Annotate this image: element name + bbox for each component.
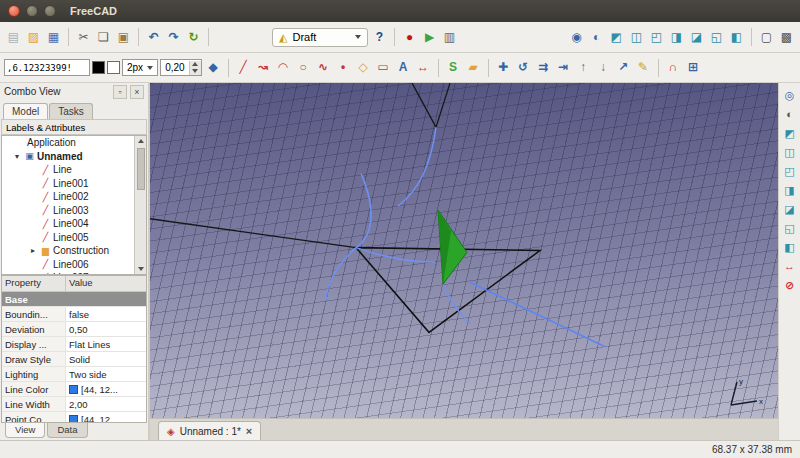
- macro-record-button[interactable]: ●: [400, 28, 419, 47]
- front-view-button[interactable]: ◫: [781, 143, 799, 161]
- titlebar[interactable]: FreeCAD: [0, 0, 800, 22]
- draft-shapestring-button[interactable]: S: [444, 58, 463, 77]
- isometric-view-button[interactable]: ◩: [781, 124, 799, 142]
- toggle-continue-mode-button[interactable]: ◆: [204, 58, 223, 77]
- tree-item-line006[interactable]: ╱ Line006: [2, 258, 134, 272]
- whats-this-button[interactable]: ?: [370, 28, 389, 47]
- draft-facebinder-button[interactable]: ▰: [464, 58, 483, 77]
- paste-button[interactable]: ▣: [114, 28, 133, 47]
- expander-icon[interactable]: ▾: [15, 152, 24, 161]
- front-view-button[interactable]: ◫: [627, 28, 646, 47]
- rear-view-button[interactable]: ◪: [687, 28, 706, 47]
- box-selection-button[interactable]: ▢: [757, 28, 776, 47]
- maximize-button[interactable]: [44, 5, 56, 17]
- property-row-line-width[interactable]: Line Width 2,00: [2, 397, 146, 412]
- clipping-plane-button[interactable]: ▩: [777, 28, 796, 47]
- copy-button[interactable]: ❏: [94, 28, 113, 47]
- tree-item-line004[interactable]: ╱ Line004: [2, 217, 134, 231]
- fit-all-button[interactable]: ◎: [781, 86, 799, 104]
- spin-down-button[interactable]: [190, 68, 201, 75]
- snap-lock-button[interactable]: ∩: [664, 58, 683, 77]
- face-color-button[interactable]: [107, 61, 120, 74]
- draft-downgrade-button[interactable]: ↓: [594, 58, 613, 77]
- 3d-viewport[interactable]: x y: [150, 83, 778, 418]
- tab-tasks[interactable]: Tasks: [49, 103, 93, 119]
- draft-dimension-button[interactable]: ↔: [414, 58, 433, 77]
- tree-item-line001[interactable]: ╱ Line001: [2, 177, 134, 191]
- property-row-point-color[interactable]: Point Co... [44, 12...: [2, 412, 146, 423]
- property-row-display-mode[interactable]: Display ... Flat Lines: [2, 337, 146, 352]
- expander-icon[interactable]: ▸: [31, 246, 40, 255]
- working-plane-button[interactable]: ⊞: [684, 58, 703, 77]
- draft-arc-button[interactable]: ◠: [274, 58, 293, 77]
- left-view-button[interactable]: ◧: [727, 28, 746, 47]
- close-button[interactable]: [8, 5, 20, 17]
- line-width-select[interactable]: 2px: [122, 59, 158, 76]
- coordinate-input[interactable]: [4, 59, 90, 76]
- draft-trimex-button[interactable]: ⇥: [554, 58, 573, 77]
- draft-circle-button[interactable]: ○: [294, 58, 313, 77]
- clear-measurement-button[interactable]: ⊘: [781, 276, 799, 294]
- draw-style-button[interactable]: ◐: [587, 28, 606, 47]
- tab-view[interactable]: View: [5, 423, 45, 438]
- tab-data[interactable]: Data: [47, 423, 87, 438]
- tree-item-unnamed[interactable]: ▾ ▣ Unnamed: [2, 150, 134, 164]
- draft-edit-button[interactable]: ✎: [634, 58, 653, 77]
- tree-item-application[interactable]: Application: [2, 136, 134, 150]
- minimize-button[interactable]: [26, 5, 38, 17]
- property-row-bounding-box[interactable]: Boundin... false: [2, 307, 146, 322]
- draft-rectangle-button[interactable]: ▭: [374, 58, 393, 77]
- bottom-view-button[interactable]: ◱: [781, 219, 799, 237]
- draft-line-button[interactable]: ╱: [234, 58, 253, 77]
- macro-dialog-button[interactable]: ▥: [440, 28, 459, 47]
- spin-up-button[interactable]: [190, 61, 201, 68]
- property-row-draw-style[interactable]: Draw Style Solid: [2, 352, 146, 367]
- tree-scrollbar[interactable]: [134, 136, 146, 274]
- tree-item-construction[interactable]: ▸ ▆ Construction: [2, 244, 134, 258]
- tree-item-line005[interactable]: ╱ Line005: [2, 231, 134, 245]
- property-group-base[interactable]: Base: [2, 292, 146, 307]
- refresh-button[interactable]: ↻: [184, 28, 203, 47]
- draft-bspline-button[interactable]: ∿: [314, 58, 333, 77]
- right-view-button[interactable]: ◨: [781, 181, 799, 199]
- bottom-view-button[interactable]: ◱: [707, 28, 726, 47]
- new-document-button[interactable]: ▤: [4, 28, 23, 47]
- workbench-selector[interactable]: ◭ Draft: [272, 28, 368, 47]
- float-panel-button[interactable]: ▫: [113, 85, 127, 99]
- tree-item-line002[interactable]: ╱ Line002: [2, 190, 134, 204]
- scrollbar-thumb[interactable]: [137, 148, 145, 190]
- draft-offset-button[interactable]: ⇉: [534, 58, 553, 77]
- draft-move-button[interactable]: ✚: [494, 58, 513, 77]
- document-tab-unnamed[interactable]: ◈ Unnamed : 1* ×: [158, 421, 261, 440]
- rear-view-button[interactable]: ◪: [781, 200, 799, 218]
- open-document-button[interactable]: ▨: [24, 28, 43, 47]
- top-view-button[interactable]: ◰: [647, 28, 666, 47]
- isometric-view-button[interactable]: ◩: [607, 28, 626, 47]
- measure-distance-button[interactable]: ↔: [781, 257, 799, 275]
- undo-button[interactable]: ↶: [144, 28, 163, 47]
- draft-text-button[interactable]: A: [394, 58, 413, 77]
- draft-rotate-button[interactable]: ↺: [514, 58, 533, 77]
- line-color-button[interactable]: [92, 61, 105, 74]
- draft-polygon-button[interactable]: ◇: [354, 58, 373, 77]
- property-row-deviation[interactable]: Deviation 0,50: [2, 322, 146, 337]
- top-view-button[interactable]: ◰: [781, 162, 799, 180]
- draw-style-button[interactable]: ◐: [781, 105, 799, 123]
- property-row-lighting[interactable]: Lighting Two side: [2, 367, 146, 382]
- redo-button[interactable]: ↷: [164, 28, 183, 47]
- tree-item-line003[interactable]: ╱ Line003: [2, 204, 134, 218]
- cut-button[interactable]: ✂: [74, 28, 93, 47]
- macro-execute-button[interactable]: ▶: [420, 28, 439, 47]
- tree-item-line007[interactable]: ╱ Line007: [2, 271, 134, 274]
- save-button[interactable]: ▦: [44, 28, 63, 47]
- close-tab-icon[interactable]: ×: [246, 425, 252, 437]
- draft-upgrade-button[interactable]: ↑: [574, 58, 593, 77]
- draft-wire-button[interactable]: ↝: [254, 58, 273, 77]
- left-view-button[interactable]: ◧: [781, 238, 799, 256]
- close-panel-button[interactable]: ×: [130, 85, 144, 99]
- tab-model[interactable]: Model: [3, 103, 48, 119]
- scroll-down-button[interactable]: [135, 264, 146, 274]
- draft-scale-button[interactable]: ↗: [614, 58, 633, 77]
- scroll-up-button[interactable]: [135, 136, 146, 146]
- draft-point-button[interactable]: •: [334, 58, 353, 77]
